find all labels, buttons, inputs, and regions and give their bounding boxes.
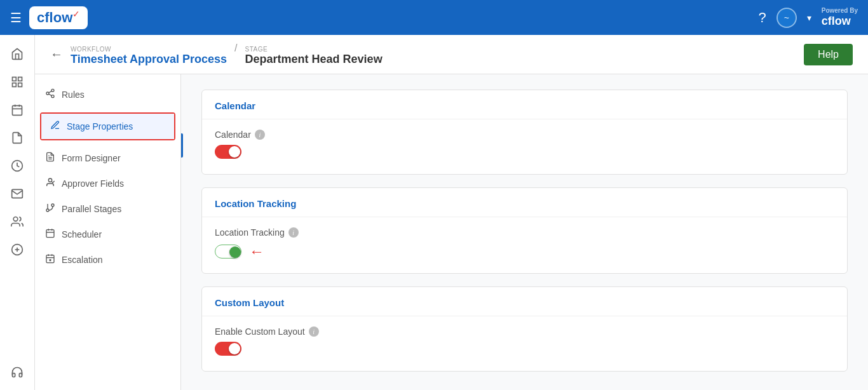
svg-rect-0	[13, 77, 17, 81]
sidebar-item-stage-properties[interactable]: Stage Properties	[41, 114, 174, 139]
svg-point-23	[46, 209, 49, 212]
stage-label: STAGE	[245, 46, 383, 53]
svg-line-16	[49, 94, 52, 96]
scheduler-calendar-icon	[45, 228, 55, 241]
content-row: Rules Stage Properties	[35, 74, 868, 390]
back-button[interactable]: ←	[50, 47, 63, 62]
main-layout: ← WORKFLOW Timesheet Approval Process / …	[0, 35, 868, 390]
breadcrumb-separator: /	[234, 43, 237, 54]
brand-logo-text: cflow	[822, 15, 858, 29]
svg-point-13	[51, 89, 54, 91]
calendar-section: Calendar Calendar i	[201, 90, 848, 175]
svg-rect-28	[46, 255, 54, 263]
location-tracking-toggle[interactable]	[215, 245, 241, 259]
main-area: ← WORKFLOW Timesheet Approval Process / …	[35, 35, 868, 390]
stage-title: Department Head Review	[245, 53, 383, 65]
escalation-calendar-icon	[45, 253, 55, 266]
svg-point-22	[51, 204, 54, 206]
user-initial: ~	[784, 13, 789, 23]
sidebar-history-icon[interactable]	[4, 153, 30, 178]
location-tracking-body: Location Tracking i	[202, 217, 847, 273]
help-circle-icon[interactable]: ?	[759, 10, 766, 26]
svg-rect-1	[18, 77, 22, 81]
svg-rect-3	[18, 83, 22, 87]
custom-layout-info-icon[interactable]: i	[309, 326, 319, 337]
svg-point-15	[51, 95, 54, 98]
git-branch-icon	[45, 203, 55, 215]
svg-rect-2	[13, 83, 17, 87]
side-navigation: Rules Stage Properties	[35, 74, 181, 390]
svg-point-9	[13, 217, 18, 222]
calendar-section-body: Calendar i	[202, 119, 847, 174]
properties-panel: Calendar Calendar i	[181, 74, 868, 390]
workflow-label: WORKFLOW	[71, 46, 227, 53]
custom-layout-section: Custom Layout Enable Custom Layout i	[201, 286, 848, 372]
sidebar-item-scheduler[interactable]: Scheduler	[35, 222, 180, 247]
sidebar-reports-icon[interactable]	[4, 125, 30, 151]
user-dropdown-icon[interactable]: ▾	[807, 13, 811, 23]
svg-point-20	[48, 178, 51, 182]
custom-layout-toggle[interactable]	[215, 342, 241, 356]
nav-left: ☰ c flow ✓	[10, 6, 88, 29]
sidebar-item-label-scheduler: Scheduler	[62, 229, 102, 239]
sidebar-item-parallel-stages[interactable]: Parallel Stages	[35, 196, 180, 222]
user-avatar[interactable]: ~	[776, 8, 797, 28]
calendar-info-icon[interactable]: i	[255, 130, 265, 140]
logo-flow: flow	[44, 10, 72, 26]
svg-rect-24	[46, 230, 54, 238]
page-header: ← WORKFLOW Timesheet Approval Process / …	[35, 35, 868, 74]
workflow-title: Timesheet Approval Process	[71, 53, 227, 65]
custom-layout-title: Custom Layout	[202, 287, 847, 316]
custom-layout-toggle-label: Enable Custom Layout i	[215, 326, 834, 337]
page-header-left: ← WORKFLOW Timesheet Approval Process / …	[50, 43, 383, 66]
sidebar-item-form-designer[interactable]: Form Designer	[35, 145, 180, 171]
sidebar-users-icon[interactable]	[4, 209, 30, 234]
calendar-section-title: Calendar	[202, 90, 847, 119]
logo-c: c	[37, 10, 44, 26]
nav-right: ? ~ ▾ Powered By cflow	[759, 7, 858, 29]
sidebar-item-approver-fields[interactable]: Approver Fields	[35, 171, 180, 196]
red-arrow-icon: ←	[249, 243, 264, 260]
location-tracking-info-icon[interactable]: i	[288, 227, 299, 238]
logo: c flow ✓	[29, 6, 88, 29]
svg-line-17	[49, 91, 52, 93]
sidebar-item-label-form-designer: Form Designer	[62, 153, 121, 163]
location-tracking-toggle-label: Location Tracking i	[215, 227, 834, 238]
edit-icon	[50, 120, 60, 133]
calendar-toggle-label: Calendar i	[215, 130, 834, 140]
sidebar-item-label-rules: Rules	[62, 90, 85, 100]
sidebar-item-escalation[interactable]: Escalation	[35, 247, 180, 272]
file-text-icon	[45, 152, 55, 165]
svg-rect-4	[13, 105, 22, 115]
sidebar-item-label-escalation: Escalation	[62, 255, 103, 265]
sidebar-add-icon[interactable]	[4, 237, 30, 262]
location-tracking-arrow: ←	[249, 243, 264, 260]
user-check-icon	[45, 177, 55, 190]
sidebar-headphones-icon[interactable]	[4, 360, 30, 385]
share-icon	[45, 88, 55, 101]
active-box: Stage Properties	[40, 112, 175, 140]
location-tracking-section: Location Tracking Location Tracking i	[201, 187, 848, 274]
sidebar-item-label-parallel-stages: Parallel Stages	[62, 204, 121, 214]
hamburger-menu[interactable]: ☰	[10, 10, 22, 25]
top-navigation: ☰ c flow ✓ ? ~ ▾ Powered By cflow	[0, 0, 868, 35]
breadcrumb: WORKFLOW Timesheet Approval Process / ST…	[71, 43, 383, 66]
sidebar-mail-icon[interactable]	[4, 181, 30, 206]
location-tracking-title: Location Tracking	[202, 188, 847, 217]
help-button[interactable]: Help	[804, 44, 853, 65]
sidebar-grid-icon[interactable]	[4, 69, 30, 95]
svg-point-14	[46, 92, 49, 95]
icon-sidebar	[0, 35, 35, 390]
calendar-toggle[interactable]	[215, 145, 241, 159]
logo-checkmark: ✓	[72, 9, 80, 19]
powered-by: Powered By cflow	[822, 7, 858, 29]
sidebar-home-icon[interactable]	[4, 41, 30, 67]
custom-layout-body: Enable Custom Layout i	[202, 316, 847, 371]
sidebar-calendar-icon[interactable]	[4, 97, 30, 123]
sidebar-item-label-stage-properties: Stage Properties	[67, 121, 133, 131]
location-tracking-row: ←	[215, 243, 834, 260]
sidebar-item-rules[interactable]: Rules	[35, 82, 180, 107]
sidebar-item-label-approver-fields: Approver Fields	[62, 178, 124, 189]
